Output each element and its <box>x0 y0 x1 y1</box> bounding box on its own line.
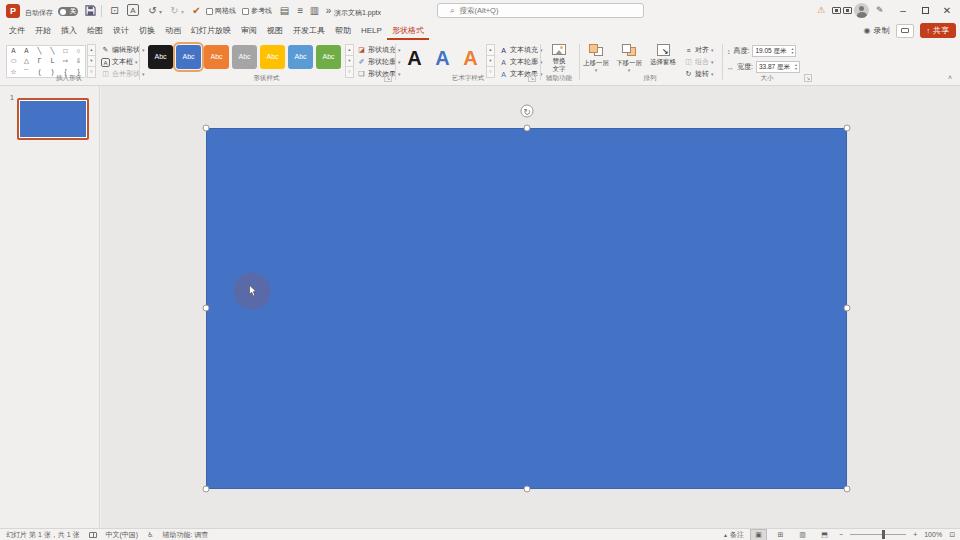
resize-handle-s[interactable] <box>524 486 531 493</box>
normal-view-button[interactable]: ▣ <box>751 530 766 540</box>
columns-icon[interactable]: ▥ <box>308 4 321 17</box>
edit-shape-button[interactable]: ✎ 编辑形状 ▾ <box>101 45 145 55</box>
autosave-toggle[interactable]: 关 <box>58 7 78 16</box>
zoom-out-button[interactable]: − <box>839 531 843 538</box>
slide-pen-icon[interactable]: ▤ <box>278 4 291 17</box>
text-fill-button[interactable]: A 文本填充 ▾ <box>499 45 543 55</box>
warning-icon[interactable]: ⚠ <box>817 5 825 15</box>
record-button[interactable]: ◉ 录制 <box>864 25 890 36</box>
slide-sorter-button[interactable]: ⊞ <box>773 530 788 540</box>
shape-style-swatch-orange[interactable]: Abc <box>204 45 229 69</box>
shape-glyph[interactable]: ○ <box>72 46 85 56</box>
spellcheck-icon[interactable] <box>89 532 97 538</box>
resize-handle-nw[interactable] <box>203 125 210 132</box>
tab-review[interactable]: 审阅 <box>236 22 262 40</box>
rotation-handle-icon[interactable]: ↻ <box>521 105 534 118</box>
text-outline-button[interactable]: A 文本轮廓 ▾ <box>499 57 543 67</box>
tab-animations[interactable]: 动画 <box>160 22 186 40</box>
resize-handle-ne[interactable] <box>844 125 851 132</box>
powerpoint-logo-icon[interactable]: P <box>6 4 20 18</box>
shape-style-swatch-green[interactable]: Abc <box>316 45 341 69</box>
shape-glyph[interactable]: ⬭ <box>7 56 20 66</box>
shape-glyph[interactable]: □ <box>59 46 72 56</box>
redo-icon[interactable]: ↻ <box>168 4 181 17</box>
zoom-slider[interactable] <box>850 530 906 539</box>
start-slideshow-icon[interactable]: ⊡ <box>108 4 121 17</box>
height-spinner[interactable]: ▴▾ <box>791 47 793 55</box>
tab-help-addin[interactable]: HELP <box>356 22 387 40</box>
width-input[interactable]: 33.87 厘米 ▴▾ <box>756 61 800 73</box>
shape-glyph[interactable]: A <box>20 46 33 56</box>
resize-handle-n[interactable] <box>524 125 531 132</box>
wordart-style-orange[interactable]: A <box>457 43 484 74</box>
resize-handle-sw[interactable] <box>203 486 210 493</box>
group-button[interactable]: ◫ 组合 ▾ <box>684 57 714 67</box>
wordart-dialog-launcher-icon[interactable]: ↘ <box>528 74 536 82</box>
shape-style-swatch-black[interactable]: Abc <box>148 45 173 69</box>
resize-handle-w[interactable] <box>203 305 210 312</box>
undo-icon[interactable]: ↺ <box>146 4 159 17</box>
redo-caret-icon[interactable]: ▾ <box>181 8 184 15</box>
resize-handle-se[interactable] <box>844 486 851 493</box>
width-spinner[interactable]: ▴▾ <box>795 63 797 71</box>
align-button[interactable]: ≡ 对齐 ▾ <box>684 45 714 55</box>
tab-view[interactable]: 视图 <box>262 22 288 40</box>
shape-style-swatch-lightblue[interactable]: Abc <box>288 45 313 69</box>
shape-glyph[interactable]: Γ <box>33 56 46 66</box>
collapse-ribbon-icon[interactable]: ˄ <box>948 74 952 81</box>
selected-rectangle-shape[interactable] <box>206 128 847 489</box>
undo-caret-icon[interactable]: ▾ <box>159 8 162 15</box>
shape-glyph[interactable]: ⇨ <box>59 56 72 66</box>
shape-fill-button[interactable]: ◪ 形状填充 ▾ <box>357 45 401 55</box>
tab-design[interactable]: 设计 <box>108 22 134 40</box>
shape-style-swatch-blue-selected[interactable]: Abc <box>176 45 201 69</box>
restore-button[interactable] <box>916 3 934 19</box>
shape-glyph[interactable]: L <box>46 56 59 66</box>
tab-shape-format[interactable]: 形状格式 <box>387 22 429 40</box>
text-box-button[interactable]: A 文本框 ▾ <box>101 57 138 67</box>
height-input[interactable]: 19.05 厘米 ▴▾ <box>752 45 796 57</box>
zoom-level[interactable]: 100% <box>924 531 942 538</box>
shape-glyph[interactable]: ⇩ <box>72 56 85 66</box>
tab-insert[interactable]: 插入 <box>56 22 82 40</box>
zoom-in-button[interactable]: + <box>913 531 917 538</box>
tab-file[interactable]: 文件 <box>4 22 30 40</box>
shape-glyph[interactable]: ╲ <box>46 46 59 56</box>
resize-handle-e[interactable] <box>844 305 851 312</box>
language-status[interactable]: 中文(中国) <box>106 530 139 540</box>
meet-now-icon[interactable] <box>832 7 841 14</box>
pen-mode-icon[interactable]: ✎ <box>876 5 884 15</box>
presenter-icon[interactable] <box>843 7 852 14</box>
tab-transitions[interactable]: 切换 <box>134 22 160 40</box>
shape-glyph[interactable]: A <box>7 46 20 56</box>
align-icon[interactable]: ≡ <box>294 4 307 17</box>
gridlines-checkbox[interactable]: 网格线 <box>206 6 236 16</box>
shape-styles-dialog-launcher-icon[interactable]: ↘ <box>384 74 392 82</box>
tab-slideshow[interactable]: 幻灯片放映 <box>186 22 236 40</box>
wordart-style-black[interactable]: A <box>401 43 428 74</box>
minimize-button[interactable]: – <box>894 3 912 19</box>
notes-button[interactable]: ▲ 备注 <box>723 530 744 540</box>
slide-thumbnail[interactable] <box>17 98 89 140</box>
tab-home[interactable]: 开始 <box>30 22 56 40</box>
slideshow-button[interactable]: ⬒ <box>817 530 832 540</box>
document-title[interactable]: 演示文稿1.pptx <box>334 8 381 18</box>
reading-view-button[interactable]: ▥ <box>795 530 810 540</box>
save-icon[interactable] <box>84 4 97 17</box>
shape-outline-button[interactable]: ✐ 形状轮廓 ▾ <box>357 57 401 67</box>
size-dialog-launcher-icon[interactable]: ↘ <box>804 74 812 82</box>
share-button[interactable]: ↑ 共享 <box>920 23 957 38</box>
fit-to-window-icon[interactable]: ⊡ <box>949 531 955 539</box>
tab-developer[interactable]: 开发工具 <box>288 22 330 40</box>
search-input[interactable]: ⌕ 搜索(Alt+Q) <box>437 3 644 18</box>
tab-draw[interactable]: 绘图 <box>82 22 108 40</box>
tab-help[interactable]: 帮助 <box>330 22 356 40</box>
shape-glyph[interactable]: △ <box>20 56 33 66</box>
slide-counter[interactable]: 幻灯片 第 1 张，共 1 张 <box>6 530 80 540</box>
shape-style-swatch-gold[interactable]: Abc <box>260 45 285 69</box>
guides-checkbox[interactable]: 参考线 <box>242 6 272 16</box>
wordart-style-blue[interactable]: A <box>429 43 456 74</box>
shape-style-swatch-gray[interactable]: Abc <box>232 45 257 69</box>
font-box-icon[interactable]: A <box>127 4 139 16</box>
user-avatar[interactable] <box>854 3 869 18</box>
